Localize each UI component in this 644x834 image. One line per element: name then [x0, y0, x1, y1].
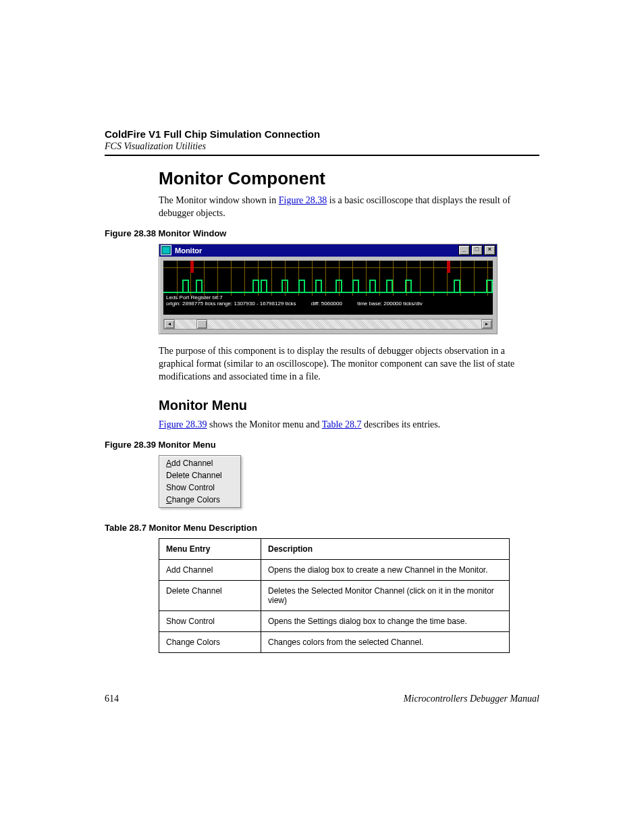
page-header-bold: ColdFire V1 Full Chip Simulation Connect… — [105, 128, 539, 140]
cell-desc: Opens the dialog box to create a new Cha… — [261, 560, 510, 581]
monitor-context-menu: Add Channel Delete Channel Show Control … — [159, 455, 241, 508]
maximize-button[interactable]: □ — [471, 245, 483, 255]
monitor-window-title: Monitor — [175, 246, 457, 255]
table-row: Show Control Opens the Settings dialog b… — [159, 611, 510, 632]
table-head-desc: Description — [261, 539, 510, 560]
status-origin: origin: 2898775 ticks range: 1307930 - 1… — [166, 301, 296, 307]
monitor-window-figure: Monitor _ □ × Leds Port Register bit:7 o… — [159, 244, 498, 334]
status-line1: Leds Port Register bit:7 — [166, 294, 490, 301]
header-rule — [105, 155, 539, 156]
document-page: ColdFire V1 Full Chip Simulation Connect… — [0, 0, 644, 785]
cell-desc: Changes colors from the selected Channel… — [261, 632, 510, 653]
manual-name: Microcontrollers Debugger Manual — [404, 694, 539, 704]
status-timebase: time base: 200000 ticks/div — [357, 301, 423, 307]
scroll-right-button[interactable]: ▸ — [481, 319, 492, 329]
figure-28-38-link[interactable]: Figure 28.38 — [279, 195, 327, 205]
table-28-7-link[interactable]: Table 28.7 — [322, 419, 362, 429]
monitor-titlebar: Monitor _ □ × — [159, 244, 497, 257]
cell-desc: Deletes the Selected Monitor Channel (cl… — [261, 581, 510, 611]
intro-paragraph: The Monitor window shown in Figure 28.38… — [159, 194, 539, 220]
cell-entry: Change Colors — [159, 632, 261, 653]
close-button[interactable]: × — [484, 245, 495, 255]
oscilloscope-area: Leds Port Register bit:7 origin: 2898775… — [163, 261, 493, 315]
figure-28-38-caption: Figure 28.38 Monitor Window — [105, 228, 539, 238]
intro-text-pre: The Monitor window shown in — [159, 195, 279, 205]
subsection-intro: Figure 28.39 shows the Monitor menu and … — [159, 419, 539, 432]
table-row: Add Channel Opens the dialog box to crea… — [159, 560, 510, 581]
cell-entry: Add Channel — [159, 560, 261, 581]
intro-mid1: shows the Monitor menu and — [207, 419, 322, 429]
intro-mid2: describes its entries. — [362, 419, 441, 429]
horizontal-scrollbar[interactable]: ◂ ▸ — [163, 319, 493, 330]
purpose-paragraph: The purpose of this component is to disp… — [159, 345, 539, 384]
menu-show-control[interactable]: Show Control — [159, 481, 240, 494]
table-head-entry: Menu Entry — [159, 539, 261, 560]
menu-change-colors-rest: hange Colors — [172, 495, 220, 504]
grid-line — [163, 267, 493, 268]
menu-add-channel-rest: dd Channel — [171, 459, 213, 468]
page-footer: 614 Microcontrollers Debugger Manual — [105, 694, 539, 704]
scroll-left-button[interactable]: ◂ — [164, 319, 175, 329]
scope-marker-left[interactable] — [190, 261, 194, 273]
scroll-thumb[interactable] — [196, 319, 207, 329]
table-28-7-caption: Table 28.7 Monitor Menu Description — [105, 523, 539, 533]
figure-28-39-caption: Figure 28.39 Monitor Menu — [105, 440, 539, 450]
menu-add-channel[interactable]: Add Channel — [159, 457, 240, 469]
figure-28-39-link[interactable]: Figure 28.39 — [159, 419, 207, 429]
minimize-button[interactable]: _ — [458, 245, 470, 255]
monitor-app-icon — [161, 245, 171, 255]
status-diff: diff: 5060000 — [311, 301, 342, 307]
scope-marker-right[interactable] — [447, 261, 450, 273]
menu-change-colors[interactable]: Change Colors — [159, 494, 240, 506]
cell-entry: Show Control — [159, 611, 261, 632]
page-number: 614 — [105, 694, 119, 704]
section-title: Monitor Component — [159, 168, 539, 189]
page-header-italic: FCS Visualization Utilities — [105, 141, 539, 152]
monitor-menu-table: Menu Entry Description Add Channel Opens… — [159, 538, 510, 653]
scope-status-bar: Leds Port Register bit:7 origin: 2898775… — [163, 293, 493, 315]
menu-delete-channel[interactable]: Delete Channel — [159, 469, 240, 481]
subsection-title: Monitor Menu — [159, 398, 539, 413]
table-row: Delete Channel Deletes the Selected Moni… — [159, 581, 510, 611]
cell-desc: Opens the Settings dialog box to change … — [261, 611, 510, 632]
table-row: Change Colors Changes colors from the se… — [159, 632, 510, 653]
cell-entry: Delete Channel — [159, 581, 261, 611]
